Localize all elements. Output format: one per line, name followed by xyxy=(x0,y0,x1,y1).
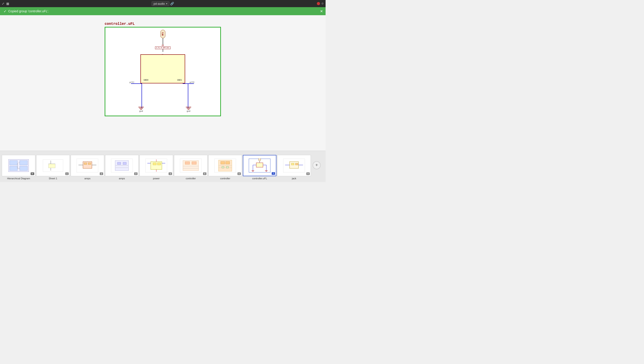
gnd-left-symbol: gnd xyxy=(138,107,144,112)
thumbnail-item-jack[interactable]: 8 jack xyxy=(277,155,311,180)
svg-rect-48 xyxy=(256,163,263,167)
dropdown-chevron-icon: ▾ xyxy=(166,2,167,5)
svg-rect-28 xyxy=(158,163,161,165)
thumbnail-item-amps3[interactable]: 3 amps xyxy=(105,155,139,180)
svg-rect-20 xyxy=(115,160,128,170)
thumbnail-preview-sheet1 xyxy=(42,158,64,173)
gnd-right-symbol: gnd xyxy=(186,107,191,112)
close-banner-icon[interactable]: ✕ xyxy=(320,9,323,14)
ic-box: GND0 GND1 xyxy=(140,54,185,84)
schematic-box[interactable]: RF3 U6 U.FL-R-SMT(10) SIG GND0 GND1 xyxy=(105,27,221,116)
badge-jack: 8 xyxy=(306,172,310,175)
badge-controllerufl: 7 xyxy=(272,172,275,175)
badge-amps2: 2 xyxy=(100,172,103,175)
thumbnail-preview-controllerufl xyxy=(248,158,271,173)
thumbnail-item-amps2[interactable]: 2 amps xyxy=(71,155,104,180)
thumbnail-frame-hierarchical: H xyxy=(2,155,35,176)
gnd-right-label: gnd xyxy=(187,110,190,112)
badge-power: 4 xyxy=(168,172,172,175)
svg-rect-35 xyxy=(185,162,190,164)
thumbnail-preview-amps3 xyxy=(111,158,133,173)
svg-rect-63 xyxy=(291,163,294,165)
svg-rect-36 xyxy=(192,162,196,164)
svg-rect-45 xyxy=(222,166,224,168)
add-sheet-button[interactable]: + xyxy=(312,161,321,169)
wire-right-horizontal xyxy=(183,84,194,84)
status-sub-icon: ⚙ xyxy=(321,2,324,5)
schematic-title: controller.uFL xyxy=(105,22,221,26)
rf-vertical-wire xyxy=(162,38,163,44)
badge-controller6: 6 xyxy=(238,172,241,175)
svg-rect-4 xyxy=(20,166,28,170)
rf-wire-short xyxy=(162,49,163,52)
thumbnail-item-sheet1[interactable]: 1 Sheet 1 xyxy=(36,155,70,180)
wire-right-vertical xyxy=(188,84,188,108)
project-name: pd-audio xyxy=(154,2,165,5)
thumbnail-frame-controllerufl: 7 xyxy=(243,155,276,176)
thumbnail-frame-controller5: 5 xyxy=(174,155,208,176)
ic-value-label: U.FL-R-SMT(10) xyxy=(155,46,170,49)
p3-label: p[3] xyxy=(190,81,194,84)
svg-rect-46 xyxy=(226,166,228,168)
svg-rect-2 xyxy=(20,160,28,165)
project-dropdown[interactable]: pd-audio ▾ xyxy=(152,1,170,6)
thumbnail-label-controller6: controller xyxy=(220,177,230,180)
svg-rect-40 xyxy=(218,160,232,171)
rf-connector: RF3 U6 U.FL-R-SMT(10) SIG xyxy=(155,30,170,57)
p1-label: p[1] xyxy=(130,81,134,84)
rf-pill: RF3 xyxy=(160,30,165,38)
grid-icon[interactable]: ▦ xyxy=(6,2,9,5)
thumbnail-preview-controller6 xyxy=(214,158,236,173)
check-icon: ✓ xyxy=(4,9,6,14)
svg-rect-22 xyxy=(123,162,126,164)
thumbnail-label-power: power xyxy=(153,177,160,180)
svg-rect-11 xyxy=(48,164,55,168)
banner-message: Copied group 'controller.uFL'. xyxy=(8,10,49,13)
svg-rect-18 xyxy=(88,163,91,164)
thumbnail-label-amps2: amps xyxy=(84,177,90,180)
svg-point-50 xyxy=(258,158,261,161)
thumbnail-frame-jack: 8 xyxy=(277,155,311,176)
thumbnail-label-controller5: controller xyxy=(186,177,196,180)
thumbnail-item-power[interactable]: 4 power xyxy=(140,155,173,180)
ic-ref-label: U6 xyxy=(162,44,164,46)
thumbnail-preview-amps2 xyxy=(76,158,98,173)
thumbnail-frame-amps2: 2 xyxy=(71,155,104,176)
svg-rect-64 xyxy=(296,163,298,165)
gnd-left-label: gnd xyxy=(139,110,143,112)
thumbnail-label-controllerufl: controller.uFL xyxy=(252,177,267,180)
top-bar-right: ⚙ xyxy=(317,2,324,5)
thumbnail-item-controllerufl[interactable]: 7 controller.uFL xyxy=(243,155,276,180)
thumbnail-label-sheet1: Sheet 1 xyxy=(49,177,57,180)
gnd0-label: GND0 xyxy=(144,79,148,81)
svg-rect-27 xyxy=(153,163,156,165)
expand-icon[interactable]: ⤢ xyxy=(2,2,4,5)
top-bar: ⤢ ▦ pd-audio ▾ 🔗 ⚙ xyxy=(0,0,326,7)
svg-rect-14 xyxy=(83,162,92,168)
svg-rect-3 xyxy=(10,166,18,170)
thumbnail-label-jack: jack xyxy=(292,177,296,180)
thumbnail-label-amps3: amps xyxy=(119,177,125,180)
thumbnail-preview-hierarchical xyxy=(8,158,30,173)
svg-rect-41 xyxy=(221,162,225,164)
thumbnail-frame-amps3: 3 xyxy=(105,155,139,176)
schematic-container: controller.uFL RF3 U6 U.FL-R-SMT(10) SIG… xyxy=(105,22,221,116)
thumbnail-preview-jack xyxy=(283,158,305,173)
external-link-icon[interactable]: 🔗 xyxy=(170,2,174,5)
gnd1-label: GND1 xyxy=(177,79,182,81)
status-indicator xyxy=(317,2,320,5)
thumbnail-strip: H Hierarchical Diagram 1 Sheet 1 xyxy=(0,151,326,182)
success-banner: ✓ Copied group 'controller.uFL'. ✕ xyxy=(0,7,326,15)
badge-hierarchical: H xyxy=(31,172,34,175)
svg-rect-21 xyxy=(118,162,121,164)
svg-rect-17 xyxy=(84,163,87,164)
top-bar-center: pd-audio ▾ 🔗 xyxy=(152,1,174,6)
badge-amps3: 3 xyxy=(134,172,138,175)
thumbnail-item-hierarchical[interactable]: H Hierarchical Diagram xyxy=(2,155,35,180)
thumbnail-label-hierarchical: Hierarchical Diagram xyxy=(7,177,30,180)
thumbnail-item-controller6[interactable]: 6 controller xyxy=(208,155,242,180)
thumbnail-frame-controller6: 6 xyxy=(208,155,242,176)
thumbnail-preview-controller5 xyxy=(180,158,202,173)
svg-rect-42 xyxy=(226,162,230,164)
thumbnail-item-controller5[interactable]: 5 controller xyxy=(174,155,208,180)
